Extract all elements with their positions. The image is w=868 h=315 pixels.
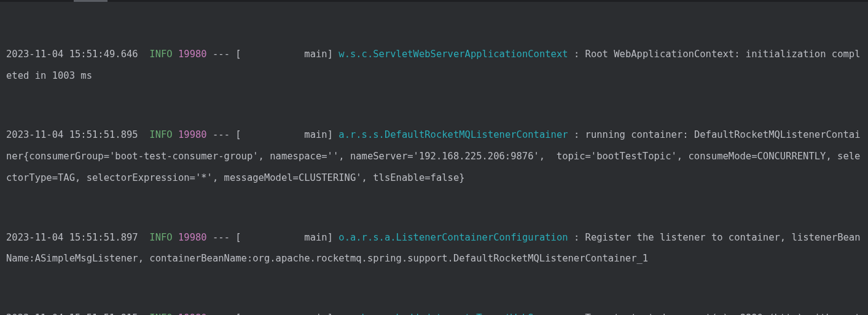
log-space	[138, 49, 150, 60]
console-top-border	[0, 0, 868, 2]
log-pid: 19980	[178, 313, 207, 315]
log-timestamp: 2023-11-04 15:51:49.646	[6, 49, 138, 60]
log-colon: :	[568, 232, 585, 243]
log-colon: :	[568, 313, 585, 315]
log-thread: main]	[241, 232, 339, 243]
console-output[interactable]: 2023-11-04 15:51:49.646 INFO 19980 --- […	[0, 2, 868, 315]
console-scroll-marker	[74, 0, 108, 2]
log-sep: --- [	[207, 129, 241, 140]
log-sep: --- [	[207, 49, 241, 60]
log-level: INFO	[149, 129, 172, 140]
log-timestamp: 2023-11-04 15:51:51.897	[6, 232, 138, 243]
log-line: 2023-11-04 15:51:51.895 INFO 19980 --- […	[6, 124, 863, 188]
log-level: INFO	[149, 313, 172, 315]
log-thread: main]	[241, 129, 339, 140]
log-colon: :	[568, 129, 585, 140]
log-logger: w.s.c.ServletWebServerApplicationContext	[338, 49, 568, 60]
log-space	[173, 313, 178, 315]
log-thread: main]	[241, 313, 339, 315]
log-line: 2023-11-04 15:51:51.897 INFO 19980 --- […	[6, 227, 863, 269]
log-pid: 19980	[178, 232, 207, 243]
log-sep: --- [	[207, 232, 241, 243]
log-logger: o.a.r.s.a.ListenerContainerConfiguration	[338, 232, 568, 243]
log-timestamp: 2023-11-04 15:51:51.895	[6, 129, 138, 140]
log-colon: :	[568, 49, 585, 60]
log-line: 2023-11-04 15:51:49.646 INFO 19980 --- […	[6, 44, 863, 86]
log-thread: main]	[241, 49, 339, 60]
log-space	[173, 232, 178, 243]
log-logger: a.r.s.s.DefaultRocketMQListenerContainer	[338, 129, 568, 140]
log-timestamp: 2023-11-04 15:51:51.915	[6, 313, 138, 315]
log-space	[138, 129, 150, 140]
log-space	[173, 129, 178, 140]
log-pid: 19980	[178, 129, 207, 140]
log-sep: --- [	[207, 313, 241, 315]
log-level: INFO	[149, 49, 172, 60]
log-space	[138, 313, 150, 315]
log-line: 2023-11-04 15:51:51.915 INFO 19980 --- […	[6, 308, 863, 315]
log-logger: o.s.b.w.embedded.tomcat.TomcatWebServer	[338, 313, 568, 315]
log-space	[173, 49, 178, 60]
log-level: INFO	[149, 232, 172, 243]
log-space	[138, 232, 150, 243]
log-pid: 19980	[178, 49, 207, 60]
